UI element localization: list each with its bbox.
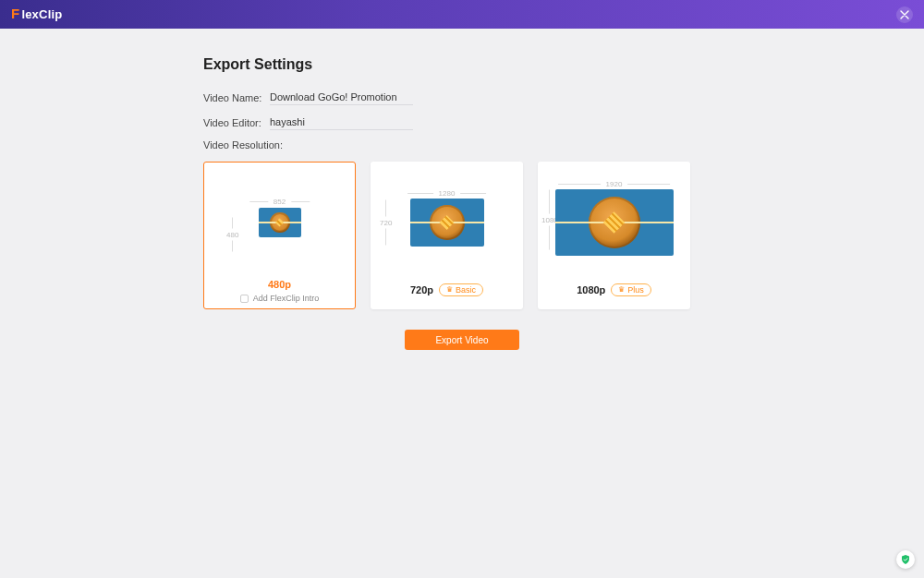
video-name-label: Video Name: [203,92,270,103]
close-icon [900,10,909,19]
shield-check-icon [900,554,911,565]
crown-icon: ♛ [446,285,453,295]
video-name-row: Video Name: [203,90,721,105]
thumbnail-icon [259,208,301,237]
add-intro-label: Add FlexClip Intro [253,294,320,303]
export-settings-panel: Export Settings Video Name: Video Editor… [203,56,721,350]
height-dimension: 480 [226,218,238,252]
preview-480p: 852 480 [204,163,355,283]
plan-badge-plus: ♛Plus [611,283,651,297]
top-bar: FlexClip [0,0,924,29]
resolution-text: 720p [410,284,433,295]
video-editor-input[interactable] [270,114,413,130]
width-dimension: 1280 [407,189,487,198]
resolution-options: 852 480 480p Add FlexClip Intro [203,162,721,309]
logo-mark: F [11,6,19,21]
close-button[interactable] [896,6,913,23]
resolution-text: 1080p [577,284,605,295]
checkbox-icon [240,295,249,303]
security-shield-badge[interactable] [896,550,915,569]
thumbnail-icon [555,189,674,256]
app-logo: FlexClip [11,6,62,22]
video-name-input[interactable] [270,90,413,105]
video-editor-label: Video Editor: [203,117,270,128]
resolution-label-row: 1080p ♛Plus [577,283,651,309]
video-resolution-row: Video Resolution: [203,139,721,151]
resolution-card-720p[interactable]: 1280 720 720p ♛Basic [371,162,523,309]
page-title: Export Settings [203,56,721,73]
preview-1080p: 1920 1080 [538,162,690,283]
resolution-card-1080p[interactable]: 1920 1080 1080p ♛Plus [538,162,690,309]
video-resolution-label: Video Resolution: [203,139,283,151]
crown-icon: ♛ [618,285,625,295]
add-intro-checkbox[interactable]: Add FlexClip Intro [240,294,320,303]
resolution-label-row: 720p ♛Basic [410,283,483,309]
video-editor-row: Video Editor: [203,114,721,130]
height-dimension: 720 [380,200,392,246]
plan-badge-basic: ♛Basic [439,283,483,297]
resolution-card-480p[interactable]: 852 480 480p Add FlexClip Intro [203,162,356,309]
preview-720p: 1280 720 [371,162,523,283]
width-dimension: 852 [249,198,310,206]
logo-text: lexClip [21,7,62,21]
export-settings-page: Export Settings Video Name: Video Editor… [0,29,924,350]
thumbnail-icon [410,199,484,247]
export-video-button[interactable]: Export Video [405,330,519,350]
width-dimension: 1920 [558,180,671,188]
